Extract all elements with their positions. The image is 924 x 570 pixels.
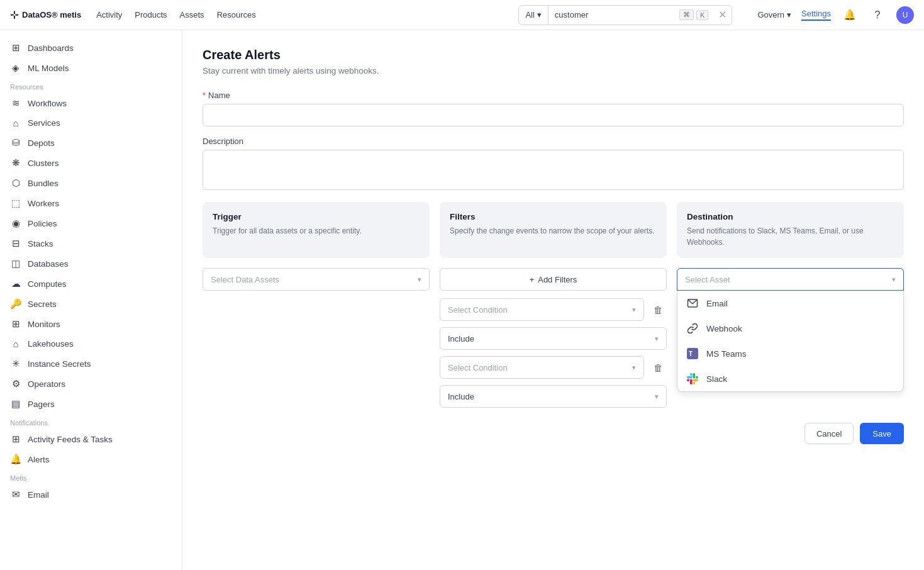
sidebar-item-activity-feeds[interactable]: ⊞ Activity Feeds & Tasks: [0, 429, 182, 449]
slack-option-icon: [686, 372, 699, 385]
svg-rect-3: [687, 373, 698, 384]
workflows-icon: ≋: [10, 98, 21, 109]
sidebar-item-label: Lakehouses: [28, 339, 74, 349]
monitors-icon: ⊞: [10, 318, 21, 330]
sidebar-item-lakehouses[interactable]: ⌂ Lakehouses: [0, 334, 182, 354]
filter1-delete-button[interactable]: 🗑: [649, 301, 667, 318]
filter2-condition-select[interactable]: Select Condition ▾: [440, 356, 644, 379]
sidebar-item-label: Alerts: [28, 455, 50, 464]
dropdown-item-ms-teams-label: MS Teams: [706, 349, 747, 359]
sidebar-item-label: Depots: [28, 138, 55, 148]
dropdown-item-email[interactable]: Email: [677, 291, 903, 316]
dropdown-item-slack[interactable]: Slack: [677, 366, 903, 391]
sidebar-item-policies[interactable]: ◉ Policies: [0, 213, 182, 233]
panels-row: Trigger Trigger for all data assets or a…: [203, 202, 904, 258]
sidebar-item-clusters[interactable]: ❋ Clusters: [0, 153, 182, 173]
dropdown-item-slack-label: Slack: [706, 374, 727, 384]
nav-resources[interactable]: Resources: [217, 8, 256, 22]
govern-chevron: ▾: [787, 10, 791, 20]
filter1-condition-select[interactable]: Select Condition ▾: [440, 298, 644, 321]
search-filter-label: All: [525, 10, 534, 20]
filter1-include-select[interactable]: Include ▾: [440, 327, 667, 350]
trigger-panel-desc: Trigger for all data assets or a specifi…: [213, 225, 420, 237]
sidebar-item-workers[interactable]: ⬚ Workers: [0, 193, 182, 213]
shortcut-cmd: ⌘: [679, 9, 694, 20]
alerts-icon: 🔔: [10, 454, 21, 465]
notifications-button[interactable]: 🔔: [841, 6, 859, 24]
sidebar-item-computes[interactable]: ☁ Computes: [0, 274, 182, 294]
sidebar-item-operators[interactable]: ⚙ Operators: [0, 374, 182, 394]
destination-panel-desc: Send notifications to Slack, MS Teams, E…: [687, 225, 894, 248]
sidebar-item-bundles[interactable]: ⬡ Bundles: [0, 173, 182, 193]
dashboards-icon: ⊞: [10, 42, 21, 53]
help-button[interactable]: ?: [869, 6, 886, 24]
sidebar-item-stacks[interactable]: ⊟ Stacks: [0, 233, 182, 254]
cancel-button[interactable]: Cancel: [804, 423, 854, 444]
ms-teams-option-icon: T: [686, 347, 699, 360]
filter2-delete-button[interactable]: 🗑: [649, 359, 667, 376]
filter2-include-select[interactable]: Include ▾: [440, 385, 667, 408]
search-input[interactable]: [548, 10, 674, 20]
svg-text:T: T: [689, 350, 693, 357]
depots-icon: ⛁: [10, 137, 21, 148]
sidebar-item-services[interactable]: ⌂ Services: [0, 113, 182, 133]
name-input[interactable]: [203, 104, 904, 126]
sidebar-item-label: Policies: [28, 219, 57, 228]
sidebar-item-alerts[interactable]: 🔔 Alerts: [0, 449, 182, 469]
nav-products[interactable]: Products: [135, 8, 167, 22]
search-filter-dropdown[interactable]: All ▾: [519, 6, 548, 25]
sidebar-item-label: Email: [28, 490, 49, 500]
filters-column: + Add Filters Select Condition ▾ 🗑 Inclu…: [440, 268, 667, 408]
sidebar-item-instance-secrets[interactable]: ✳ Instance Secrets: [0, 354, 182, 374]
sidebar-item-ml-models[interactable]: ◈ ML Models: [0, 58, 182, 78]
sidebar-item-label: ML Models: [28, 64, 69, 73]
add-filters-button[interactable]: + Add Filters: [440, 268, 667, 291]
sidebar-item-label: Stacks: [28, 239, 53, 249]
notifications-section-label: Notifications: [0, 414, 182, 429]
logo-icon: ⊹: [10, 9, 18, 21]
filter2-include-label: Include: [448, 392, 474, 401]
instance-secrets-icon: ✳: [10, 358, 21, 369]
dropdown-item-webhook[interactable]: Webhook: [677, 316, 903, 341]
sidebar-item-secrets[interactable]: 🔑 Secrets: [0, 294, 182, 314]
sidebar-item-email[interactable]: ✉ Email: [0, 484, 182, 505]
select-asset[interactable]: Select Asset ▾: [677, 268, 904, 291]
filters-panel: Filters Specify the change events to nar…: [440, 202, 667, 258]
sidebar-item-depots[interactable]: ⛁ Depots: [0, 133, 182, 153]
search-clear-button[interactable]: ✕: [713, 9, 732, 21]
shortcut-k: K: [696, 10, 708, 20]
search-bar: All ▾ ⌘ K ✕: [518, 5, 732, 25]
filter1-include-chevron: ▾: [655, 335, 659, 343]
resources-section-label: Resources: [0, 78, 182, 93]
select-data-assets-chevron: ▾: [418, 276, 421, 284]
avatar[interactable]: U: [896, 6, 914, 24]
govern-dropdown[interactable]: Govern ▾: [757, 10, 791, 20]
filter2-chevron: ▾: [632, 364, 636, 372]
sidebar-item-dashboards[interactable]: ⊞ Dashboards: [0, 38, 182, 58]
filters-panel-title: Filters: [450, 212, 657, 221]
sidebar-item-label: Monitors: [28, 320, 60, 329]
govern-label: Govern: [757, 10, 784, 20]
activity-feeds-icon: ⊞: [10, 433, 21, 445]
dropdown-item-ms-teams[interactable]: T MS Teams: [677, 341, 903, 366]
pagers-icon: ▤: [10, 398, 21, 410]
filter1-include-label: Include: [448, 334, 474, 344]
select-data-assets[interactable]: Select Data Assets ▾: [203, 268, 430, 291]
secrets-icon: 🔑: [10, 298, 21, 310]
nav-assets[interactable]: Assets: [180, 8, 204, 22]
sidebar-item-databases[interactable]: ◫ Databases: [0, 254, 182, 274]
sidebar-item-label: Clusters: [28, 159, 59, 168]
controls-row: Select Data Assets ▾ + Add Filters Selec…: [203, 268, 904, 408]
search-shortcuts: ⌘ K: [674, 9, 713, 20]
destination-panel: Destination Send notifications to Slack,…: [677, 202, 904, 258]
sidebar-item-workflows[interactable]: ≋ Workflows: [0, 93, 182, 113]
save-button[interactable]: Save: [860, 423, 904, 444]
sidebar-item-label: Workflows: [28, 99, 67, 108]
filter2-condition-label: Select Condition: [448, 363, 508, 372]
sidebar-item-pagers[interactable]: ▤ Pagers: [0, 394, 182, 414]
webhook-option-icon: [686, 322, 699, 335]
nav-activity[interactable]: Activity: [96, 8, 122, 22]
sidebar-item-monitors[interactable]: ⊞ Monitors: [0, 314, 182, 334]
description-input[interactable]: [203, 150, 904, 190]
settings-button[interactable]: Settings: [801, 9, 831, 21]
